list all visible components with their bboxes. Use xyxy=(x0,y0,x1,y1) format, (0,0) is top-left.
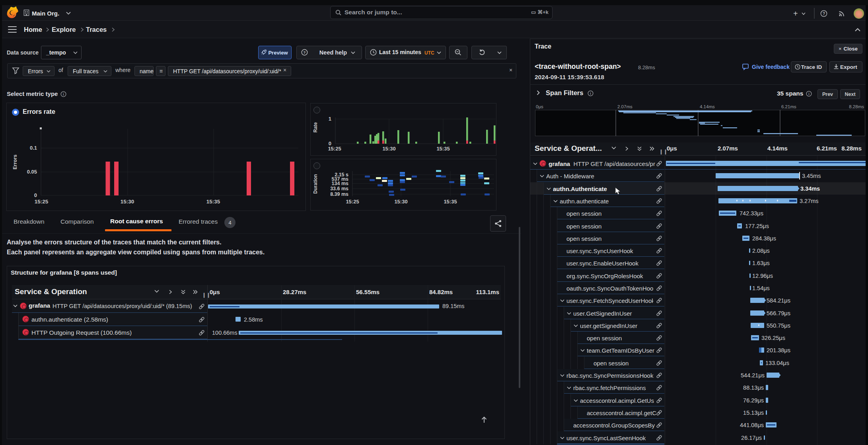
svg-text:i: i xyxy=(63,92,64,96)
svg-text:0.05: 0.05 xyxy=(27,169,37,175)
svg-text:15:25: 15:25 xyxy=(328,146,341,152)
svg-text:?: ? xyxy=(823,12,825,16)
svg-text:15:25: 15:25 xyxy=(346,199,359,205)
svg-text:0.1: 0.1 xyxy=(30,145,37,151)
svg-text:33.6 ms: 33.6 ms xyxy=(330,186,348,191)
svg-text:i: i xyxy=(590,92,591,96)
svg-text:?: ? xyxy=(304,50,306,55)
svg-text:15:35: 15:35 xyxy=(206,199,220,205)
svg-text:15:30: 15:30 xyxy=(394,199,407,205)
svg-text:15:35: 15:35 xyxy=(436,146,450,152)
svg-text:i: i xyxy=(808,92,809,96)
svg-text:Rate: Rate xyxy=(313,122,318,133)
svg-text:0: 0 xyxy=(34,192,37,198)
svg-text:15:30: 15:30 xyxy=(121,199,134,205)
svg-text:1: 1 xyxy=(329,116,331,122)
svg-text:15:30: 15:30 xyxy=(382,146,395,152)
svg-text:15:35: 15:35 xyxy=(444,199,457,205)
svg-text:Errors: Errors xyxy=(12,154,18,170)
svg-text:134 ms: 134 ms xyxy=(332,181,348,186)
svg-text:8.39 ms: 8.39 ms xyxy=(330,191,348,197)
svg-text:15:25: 15:25 xyxy=(35,199,49,205)
svg-text:Duration: Duration xyxy=(313,174,318,193)
